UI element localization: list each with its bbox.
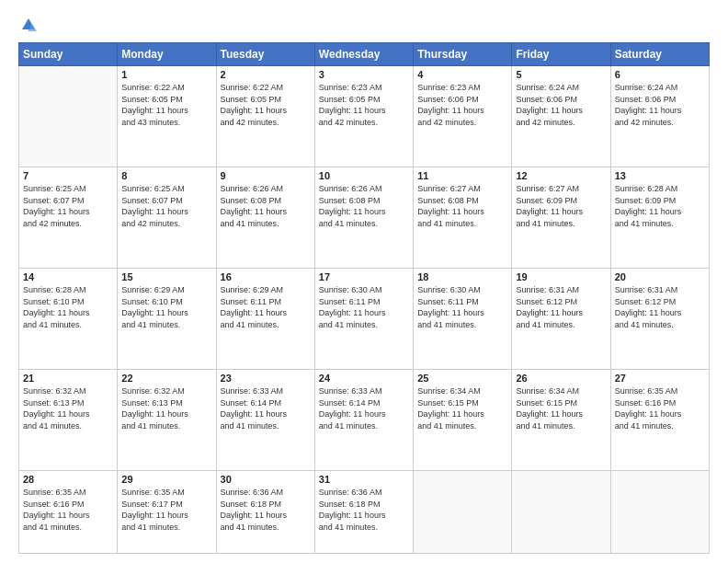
calendar-dow-tuesday: Tuesday [216,43,314,66]
calendar-header-row: SundayMondayTuesdayWednesdayThursdayFrid… [19,43,710,66]
calendar-cell: 31Sunrise: 6:36 AM Sunset: 6:18 PM Dayli… [314,471,413,554]
page: SundayMondayTuesdayWednesdayThursdayFrid… [0,0,728,563]
day-info: Sunrise: 6:35 AM Sunset: 6:17 PM Dayligh… [121,487,211,533]
day-info: Sunrise: 6:27 AM Sunset: 6:08 PM Dayligh… [417,183,507,229]
day-info: Sunrise: 6:30 AM Sunset: 6:11 PM Dayligh… [319,284,409,330]
calendar-cell: 5Sunrise: 6:24 AM Sunset: 6:06 PM Daylig… [512,66,610,167]
day-info: Sunrise: 6:32 AM Sunset: 6:13 PM Dayligh… [23,385,113,431]
day-number: 28 [23,474,113,485]
calendar-cell: 27Sunrise: 6:35 AM Sunset: 6:16 PM Dayli… [610,370,709,471]
calendar-cell: 14Sunrise: 6:28 AM Sunset: 6:10 PM Dayli… [19,269,118,370]
calendar-cell [610,471,709,554]
calendar-dow-saturday: Saturday [610,43,709,66]
calendar-cell: 4Sunrise: 6:23 AM Sunset: 6:06 PM Daylig… [414,66,512,167]
day-info: Sunrise: 6:23 AM Sunset: 6:06 PM Dayligh… [417,82,507,128]
calendar-week-3: 14Sunrise: 6:28 AM Sunset: 6:10 PM Dayli… [19,269,710,370]
calendar-dow-monday: Monday [118,43,216,66]
day-number: 3 [319,69,409,80]
logo [18,17,37,33]
calendar-cell: 8Sunrise: 6:25 AM Sunset: 6:07 PM Daylig… [118,167,216,269]
day-info: Sunrise: 6:28 AM Sunset: 6:09 PM Dayligh… [615,183,705,229]
day-number: 17 [319,271,409,282]
day-info: Sunrise: 6:34 AM Sunset: 6:15 PM Dayligh… [417,385,507,431]
calendar-cell: 29Sunrise: 6:35 AM Sunset: 6:17 PM Dayli… [118,471,216,554]
day-info: Sunrise: 6:30 AM Sunset: 6:11 PM Dayligh… [417,284,507,330]
day-info: Sunrise: 6:25 AM Sunset: 6:07 PM Dayligh… [23,183,113,229]
calendar-cell: 1Sunrise: 6:22 AM Sunset: 6:05 PM Daylig… [118,66,216,167]
day-number: 24 [319,373,409,384]
calendar-cell: 13Sunrise: 6:28 AM Sunset: 6:09 PM Dayli… [610,167,709,269]
day-number: 22 [121,373,211,384]
day-number: 16 [221,271,311,282]
calendar-dow-wednesday: Wednesday [314,43,413,66]
calendar-cell: 12Sunrise: 6:27 AM Sunset: 6:09 PM Dayli… [512,167,610,269]
calendar-cell: 22Sunrise: 6:32 AM Sunset: 6:13 PM Dayli… [118,370,216,471]
calendar-cell: 30Sunrise: 6:36 AM Sunset: 6:18 PM Dayli… [216,471,314,554]
day-info: Sunrise: 6:24 AM Sunset: 6:06 PM Dayligh… [615,82,705,128]
day-number: 11 [417,170,507,181]
calendar-cell: 18Sunrise: 6:30 AM Sunset: 6:11 PM Dayli… [414,269,512,370]
day-info: Sunrise: 6:34 AM Sunset: 6:15 PM Dayligh… [516,385,606,431]
calendar-cell: 3Sunrise: 6:23 AM Sunset: 6:05 PM Daylig… [314,66,413,167]
calendar-cell: 9Sunrise: 6:26 AM Sunset: 6:08 PM Daylig… [216,167,314,269]
day-number: 31 [319,474,409,485]
calendar-cell [19,66,118,167]
day-number: 6 [615,69,705,80]
calendar-cell: 16Sunrise: 6:29 AM Sunset: 6:11 PM Dayli… [216,269,314,370]
day-number: 2 [221,69,311,80]
day-info: Sunrise: 6:31 AM Sunset: 6:12 PM Dayligh… [516,284,606,330]
calendar-dow-sunday: Sunday [19,43,118,66]
day-number: 9 [221,170,311,181]
day-info: Sunrise: 6:33 AM Sunset: 6:14 PM Dayligh… [319,385,409,431]
day-number: 30 [221,474,311,485]
day-info: Sunrise: 6:26 AM Sunset: 6:08 PM Dayligh… [221,183,311,229]
day-info: Sunrise: 6:23 AM Sunset: 6:05 PM Dayligh… [319,82,409,128]
calendar-cell: 25Sunrise: 6:34 AM Sunset: 6:15 PM Dayli… [414,370,512,471]
calendar-table: SundayMondayTuesdayWednesdayThursdayFrid… [18,42,710,554]
day-number: 10 [319,170,409,181]
day-info: Sunrise: 6:33 AM Sunset: 6:14 PM Dayligh… [221,385,311,431]
calendar-cell: 2Sunrise: 6:22 AM Sunset: 6:05 PM Daylig… [216,66,314,167]
day-info: Sunrise: 6:25 AM Sunset: 6:07 PM Dayligh… [121,183,211,229]
day-number: 14 [23,271,113,282]
calendar-cell: 20Sunrise: 6:31 AM Sunset: 6:12 PM Dayli… [610,269,709,370]
calendar-dow-friday: Friday [512,43,610,66]
calendar-week-4: 21Sunrise: 6:32 AM Sunset: 6:13 PM Dayli… [19,370,710,471]
day-number: 21 [23,373,113,384]
calendar-cell: 26Sunrise: 6:34 AM Sunset: 6:15 PM Dayli… [512,370,610,471]
day-number: 26 [516,373,606,384]
calendar-week-1: 1Sunrise: 6:22 AM Sunset: 6:05 PM Daylig… [19,66,710,167]
day-number: 25 [417,373,507,384]
calendar-cell: 19Sunrise: 6:31 AM Sunset: 6:12 PM Dayli… [512,269,610,370]
day-number: 23 [221,373,311,384]
calendar-cell: 10Sunrise: 6:26 AM Sunset: 6:08 PM Dayli… [314,167,413,269]
day-number: 27 [615,373,705,384]
calendar-cell [414,471,512,554]
day-info: Sunrise: 6:29 AM Sunset: 6:10 PM Dayligh… [121,284,211,330]
day-number: 4 [417,69,507,80]
day-number: 15 [121,271,211,282]
day-number: 7 [23,170,113,181]
calendar-cell: 24Sunrise: 6:33 AM Sunset: 6:14 PM Dayli… [314,370,413,471]
day-info: Sunrise: 6:24 AM Sunset: 6:06 PM Dayligh… [516,82,606,128]
day-number: 5 [516,69,606,80]
calendar-cell: 17Sunrise: 6:30 AM Sunset: 6:11 PM Dayli… [314,269,413,370]
day-number: 13 [615,170,705,181]
calendar-cell: 6Sunrise: 6:24 AM Sunset: 6:06 PM Daylig… [610,66,709,167]
calendar-dow-thursday: Thursday [414,43,512,66]
day-info: Sunrise: 6:32 AM Sunset: 6:13 PM Dayligh… [121,385,211,431]
day-number: 20 [615,271,705,282]
day-info: Sunrise: 6:22 AM Sunset: 6:05 PM Dayligh… [121,82,211,128]
day-number: 18 [417,271,507,282]
day-info: Sunrise: 6:29 AM Sunset: 6:11 PM Dayligh… [221,284,311,330]
day-number: 12 [516,170,606,181]
day-info: Sunrise: 6:36 AM Sunset: 6:18 PM Dayligh… [319,487,409,533]
day-info: Sunrise: 6:27 AM Sunset: 6:09 PM Dayligh… [516,183,606,229]
day-info: Sunrise: 6:28 AM Sunset: 6:10 PM Dayligh… [23,284,113,330]
header [18,17,710,33]
calendar-cell: 11Sunrise: 6:27 AM Sunset: 6:08 PM Dayli… [414,167,512,269]
calendar-cell: 28Sunrise: 6:35 AM Sunset: 6:16 PM Dayli… [19,471,118,554]
calendar-cell: 15Sunrise: 6:29 AM Sunset: 6:10 PM Dayli… [118,269,216,370]
calendar-cell [512,471,610,554]
day-info: Sunrise: 6:22 AM Sunset: 6:05 PM Dayligh… [221,82,311,128]
